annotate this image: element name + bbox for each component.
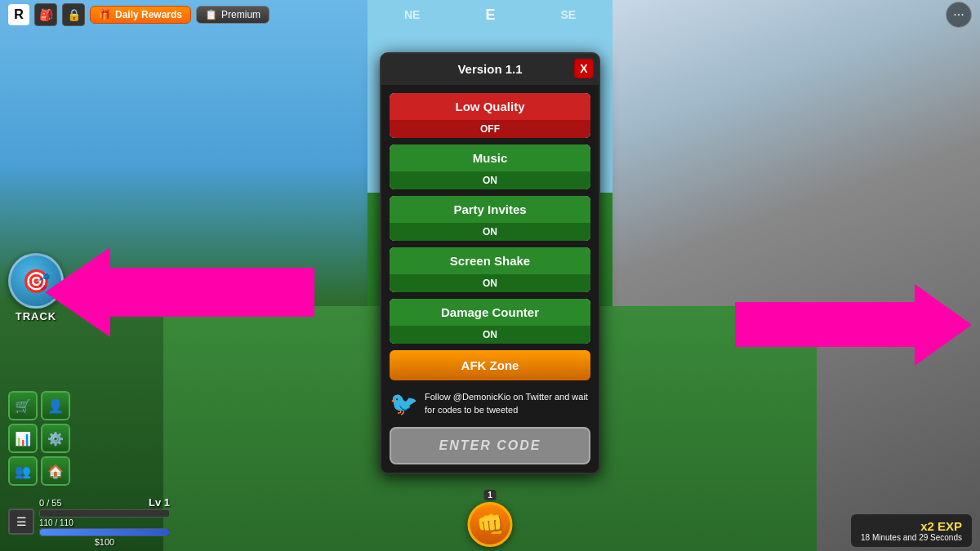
afk-zone-button[interactable]: AFK Zone [390, 350, 590, 380]
modal-overlay: Version 1.1 X Low Quality OFF Music ON P… [0, 0, 980, 551]
settings-modal: Version 1.1 X Low Quality OFF Music ON P… [380, 52, 600, 474]
twitter-section: 🐦 Follow @DemonicKio on Twitter and wait… [390, 387, 590, 420]
low-quality-toggle[interactable]: Low Quality OFF [390, 93, 590, 138]
damage-counter-toggle[interactable]: Damage Counter ON [390, 299, 590, 344]
twitter-text: Follow @DemonicKio on Twitter and wait f… [425, 391, 590, 416]
screen-shake-toggle[interactable]: Screen Shake ON [390, 247, 590, 292]
enter-code-button[interactable]: ENTER CODE [390, 427, 590, 464]
modal-close-button[interactable]: X [574, 59, 594, 78]
modal-body: Low Quality OFF Music ON Party Invites O… [381, 85, 599, 473]
modal-header: Version 1.1 X [381, 54, 599, 85]
modal-title: Version 1.1 [457, 62, 522, 76]
music-toggle[interactable]: Music ON [390, 144, 590, 189]
twitter-icon: 🐦 [390, 390, 418, 417]
party-invites-toggle[interactable]: Party Invites ON [390, 196, 590, 241]
